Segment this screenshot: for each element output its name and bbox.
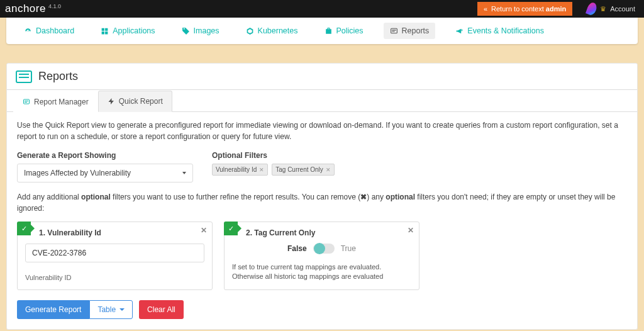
report-header-icon xyxy=(16,70,32,83)
tab-report-manager[interactable]: Report Manager xyxy=(13,91,98,112)
brand-name: anchore xyxy=(5,3,46,15)
account-label: Account xyxy=(610,5,635,13)
return-prefix: Return to context xyxy=(491,5,546,13)
page-title: Reports xyxy=(38,70,78,83)
filter-card-vulnerability-id: ✓ ✕ 1. Vulnerability Id Vulnerability ID xyxy=(17,222,213,290)
remove-filter-button[interactable]: ✕ xyxy=(201,226,207,235)
toggle-true-label: True xyxy=(341,244,356,253)
filter-card-tag-current-only: ✓ ✕ 2. Tag Current Only False True If se… xyxy=(224,222,419,290)
tags-icon xyxy=(182,27,190,35)
crown-icon: ♛ xyxy=(600,5,606,13)
toggle-false-label: False xyxy=(287,244,307,253)
briefcase-icon xyxy=(325,27,333,35)
tab-quick-report[interactable]: Quick Report xyxy=(98,91,172,112)
bullhorn-icon xyxy=(455,27,464,35)
reports-card: Reports Report Manager Quick Report Use … xyxy=(6,63,638,330)
chip-tag-current-only[interactable]: Tag Current Only ✕ xyxy=(272,164,335,176)
filter-cards: ✓ ✕ 1. Vulnerability Id Vulnerability ID… xyxy=(17,222,627,290)
filter-description: If set to true current tag mappings are … xyxy=(232,262,411,282)
quick-report-body: Use the Quick Report view to generate a … xyxy=(7,112,637,329)
topbar: anchore 4.1.0 « Return to context admin … xyxy=(0,0,644,18)
filter-chips: Vulnerability Id ✕ Tag Current Only ✕ xyxy=(212,164,627,176)
toggle-knob xyxy=(314,243,325,254)
toggle-row: False True xyxy=(232,244,411,254)
nav-images[interactable]: Images xyxy=(175,23,226,39)
close-icon: ✕ xyxy=(326,167,331,173)
account-swoosh-icon xyxy=(586,1,598,16)
filter-title: 2. Tag Current Only xyxy=(246,228,411,237)
brand-version: 4.1.0 xyxy=(48,3,61,9)
account-menu[interactable]: ♛ Account xyxy=(584,0,639,18)
return-to-context-button[interactable]: « Return to context admin xyxy=(477,2,572,16)
nav-kubernetes[interactable]: Kubernetes xyxy=(240,23,304,39)
quick-icon xyxy=(108,98,115,105)
optional-filters-label: Optional Filters xyxy=(212,151,627,160)
kubernetes-icon xyxy=(246,27,254,35)
report-type-select[interactable]: Images Affected by Vulnerability xyxy=(17,164,193,182)
brand: anchore 4.1.0 xyxy=(5,3,61,15)
report-tabs: Report Manager Quick Report xyxy=(7,89,637,112)
nav-policies[interactable]: Policies xyxy=(318,23,370,39)
svg-rect-1 xyxy=(24,99,30,104)
primary-nav: Dashboard Applications Images Kubernetes… xyxy=(6,18,638,44)
vulnerability-id-input[interactable] xyxy=(25,244,204,262)
nav-events[interactable]: Events & Notifications xyxy=(449,23,550,39)
remove-filter-button[interactable]: ✕ xyxy=(408,226,414,235)
nav-dashboard[interactable]: Dashboard xyxy=(18,23,80,39)
svg-rect-0 xyxy=(391,28,397,33)
report-icon xyxy=(390,27,398,35)
nav-applications[interactable]: Applications xyxy=(94,23,161,39)
close-icon: ✕ xyxy=(259,167,264,173)
return-target: admin xyxy=(546,5,566,13)
generate-group: Generate Report Table xyxy=(17,300,133,319)
nav-reports[interactable]: Reports xyxy=(384,23,436,39)
check-icon: ✓ xyxy=(224,222,238,235)
grid-icon xyxy=(101,27,109,35)
double-chevron-left-icon: « xyxy=(484,5,487,13)
output-mode-dropdown[interactable]: Table xyxy=(89,300,133,319)
chevron-down-icon xyxy=(182,172,186,174)
quick-report-description: Use the Quick Report view to generate a … xyxy=(17,120,627,142)
chip-vulnerability-id[interactable]: Vulnerability Id ✕ xyxy=(212,164,268,176)
card-header: Reports xyxy=(7,64,637,89)
tag-current-toggle[interactable] xyxy=(313,244,335,254)
action-row: Generate Report Table Clear All xyxy=(17,300,627,319)
report-type-value: Images Affected by Vulnerability xyxy=(24,169,131,177)
clear-all-button[interactable]: Clear All xyxy=(139,300,184,319)
field-caption: Vulnerability ID xyxy=(25,274,204,281)
generate-report-button[interactable]: Generate Report xyxy=(17,300,89,319)
gauge-icon xyxy=(24,27,32,35)
check-icon: ✓ xyxy=(17,222,31,235)
filter-title: 1. Vulnerability Id xyxy=(39,228,204,237)
filter-hint: Add any additional optional filters you … xyxy=(17,191,627,214)
manager-icon xyxy=(23,98,30,106)
generate-label: Generate a Report Showing xyxy=(17,151,193,160)
close-icon: ✖ xyxy=(360,193,367,201)
chevron-down-icon xyxy=(119,308,125,311)
